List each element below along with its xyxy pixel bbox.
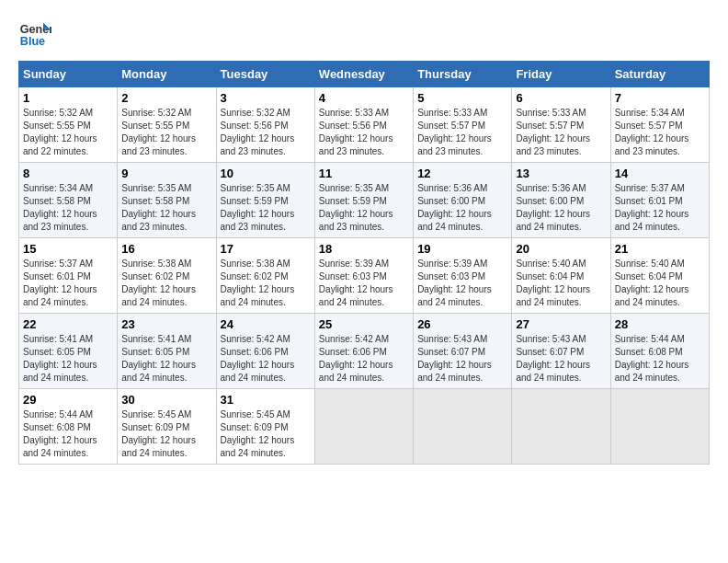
day-info: Sunrise: 5:36 AM Sunset: 6:00 PM Dayligh… [516,182,606,234]
day-number: 13 [516,167,606,180]
day-number: 2 [121,91,211,105]
day-info: Sunrise: 5:38 AM Sunset: 6:02 PM Dayligh… [121,258,211,309]
weekday-header-saturday: Saturday [610,62,709,87]
day-info: Sunrise: 5:33 AM Sunset: 5:57 PM Dayligh… [417,107,507,158]
calendar-cell: 2Sunrise: 5:32 AM Sunset: 5:55 PM Daylig… [118,87,216,163]
day-number: 21 [615,242,705,256]
week-row-4: 22Sunrise: 5:41 AM Sunset: 6:05 PM Dayli… [19,314,710,389]
calendar-cell: 10Sunrise: 5:35 AM Sunset: 5:59 PM Dayli… [216,163,314,238]
calendar-cell: 12Sunrise: 5:36 AM Sunset: 6:00 PM Dayli… [414,163,512,238]
day-number: 16 [121,242,211,256]
calendar-cell: 1Sunrise: 5:32 AM Sunset: 5:55 PM Daylig… [19,87,118,163]
day-info: Sunrise: 5:39 AM Sunset: 6:03 PM Dayligh… [319,258,409,309]
day-number: 4 [319,91,409,105]
day-number: 18 [319,242,409,256]
calendar-cell: 22Sunrise: 5:41 AM Sunset: 6:05 PM Dayli… [19,314,118,389]
day-info: Sunrise: 5:45 AM Sunset: 6:09 PM Dayligh… [221,408,311,460]
day-info: Sunrise: 5:36 AM Sunset: 6:00 PM Dayligh… [417,182,507,234]
day-info: Sunrise: 5:43 AM Sunset: 6:07 PM Dayligh… [516,333,606,385]
calendar-cell [414,389,512,465]
calendar-cell: 16Sunrise: 5:38 AM Sunset: 6:02 PM Dayli… [118,238,216,314]
day-info: Sunrise: 5:33 AM Sunset: 5:57 PM Dayligh… [516,107,606,158]
day-number: 8 [23,167,113,180]
weekday-header-sunday: Sunday [19,62,118,87]
day-info: Sunrise: 5:35 AM Sunset: 5:59 PM Dayligh… [319,182,409,234]
day-number: 3 [221,91,311,105]
day-info: Sunrise: 5:38 AM Sunset: 6:02 PM Dayligh… [221,258,311,309]
day-info: Sunrise: 5:32 AM Sunset: 5:55 PM Dayligh… [121,107,211,158]
day-info: Sunrise: 5:44 AM Sunset: 6:08 PM Dayligh… [615,333,705,385]
day-number: 1 [23,91,113,105]
day-number: 22 [23,317,113,331]
day-info: Sunrise: 5:40 AM Sunset: 6:04 PM Dayligh… [615,258,705,309]
day-number: 29 [23,393,113,407]
calendar-cell: 31Sunrise: 5:45 AM Sunset: 6:09 PM Dayli… [216,389,314,465]
calendar-cell: 6Sunrise: 5:33 AM Sunset: 5:57 PM Daylig… [512,87,610,163]
day-info: Sunrise: 5:40 AM Sunset: 6:04 PM Dayligh… [516,258,606,309]
calendar-cell: 14Sunrise: 5:37 AM Sunset: 6:01 PM Dayli… [610,163,709,238]
day-info: Sunrise: 5:35 AM Sunset: 5:59 PM Dayligh… [221,182,311,234]
day-number: 25 [319,317,409,331]
day-number: 19 [417,242,507,256]
day-info: Sunrise: 5:35 AM Sunset: 5:58 PM Dayligh… [121,182,211,234]
calendar-cell: 24Sunrise: 5:42 AM Sunset: 6:06 PM Dayli… [216,314,314,389]
day-number: 31 [221,393,311,407]
day-info: Sunrise: 5:32 AM Sunset: 5:56 PM Dayligh… [221,107,311,158]
logo: General Blue [18,18,51,52]
week-row-1: 1Sunrise: 5:32 AM Sunset: 5:55 PM Daylig… [19,87,710,163]
page-header: General Blue [18,18,710,52]
calendar-cell: 3Sunrise: 5:32 AM Sunset: 5:56 PM Daylig… [216,87,314,163]
calendar-cell: 13Sunrise: 5:36 AM Sunset: 6:00 PM Dayli… [512,163,610,238]
day-info: Sunrise: 5:34 AM Sunset: 5:58 PM Dayligh… [23,182,113,234]
day-info: Sunrise: 5:45 AM Sunset: 6:09 PM Dayligh… [121,408,211,460]
calendar-cell: 8Sunrise: 5:34 AM Sunset: 5:58 PM Daylig… [19,163,118,238]
week-row-3: 15Sunrise: 5:37 AM Sunset: 6:01 PM Dayli… [19,238,710,314]
day-number: 27 [516,317,606,331]
day-number: 5 [417,91,507,105]
day-info: Sunrise: 5:33 AM Sunset: 5:56 PM Dayligh… [319,107,409,158]
weekday-header-wednesday: Wednesday [314,62,413,87]
day-number: 28 [615,317,705,331]
day-info: Sunrise: 5:39 AM Sunset: 6:03 PM Dayligh… [417,258,507,309]
calendar-cell: 4Sunrise: 5:33 AM Sunset: 5:56 PM Daylig… [314,87,413,163]
day-number: 11 [319,167,409,180]
calendar-cell [610,389,709,465]
calendar-cell: 21Sunrise: 5:40 AM Sunset: 6:04 PM Dayli… [610,238,709,314]
weekday-header-thursday: Thursday [414,62,512,87]
day-info: Sunrise: 5:32 AM Sunset: 5:55 PM Dayligh… [23,107,113,158]
day-info: Sunrise: 5:43 AM Sunset: 6:07 PM Dayligh… [417,333,507,385]
day-number: 7 [615,91,705,105]
day-info: Sunrise: 5:37 AM Sunset: 6:01 PM Dayligh… [23,258,113,309]
day-info: Sunrise: 5:44 AM Sunset: 6:08 PM Dayligh… [23,408,113,460]
weekday-header-monday: Monday [118,62,216,87]
day-number: 12 [417,167,507,180]
day-info: Sunrise: 5:37 AM Sunset: 6:01 PM Dayligh… [615,182,705,234]
calendar-cell [314,389,413,465]
calendar-cell: 15Sunrise: 5:37 AM Sunset: 6:01 PM Dayli… [19,238,118,314]
calendar-cell: 27Sunrise: 5:43 AM Sunset: 6:07 PM Dayli… [512,314,610,389]
calendar-cell [512,389,610,465]
logo-icon: General Blue [18,18,51,52]
day-number: 15 [23,242,113,256]
calendar-cell: 26Sunrise: 5:43 AM Sunset: 6:07 PM Dayli… [414,314,512,389]
calendar-cell: 7Sunrise: 5:34 AM Sunset: 5:57 PM Daylig… [610,87,709,163]
day-number: 17 [221,242,311,256]
day-number: 6 [516,91,606,105]
calendar-cell: 17Sunrise: 5:38 AM Sunset: 6:02 PM Dayli… [216,238,314,314]
svg-text:Blue: Blue [20,35,45,48]
day-info: Sunrise: 5:42 AM Sunset: 6:06 PM Dayligh… [221,333,311,385]
day-number: 24 [221,317,311,331]
weekday-header-tuesday: Tuesday [216,62,314,87]
calendar-cell: 29Sunrise: 5:44 AM Sunset: 6:08 PM Dayli… [19,389,118,465]
weekday-header-friday: Friday [512,62,610,87]
calendar-cell: 19Sunrise: 5:39 AM Sunset: 6:03 PM Dayli… [414,238,512,314]
day-info: Sunrise: 5:42 AM Sunset: 6:06 PM Dayligh… [319,333,409,385]
day-number: 20 [516,242,606,256]
calendar-cell: 20Sunrise: 5:40 AM Sunset: 6:04 PM Dayli… [512,238,610,314]
calendar-cell: 28Sunrise: 5:44 AM Sunset: 6:08 PM Dayli… [610,314,709,389]
calendar-cell: 30Sunrise: 5:45 AM Sunset: 6:09 PM Dayli… [118,389,216,465]
day-number: 14 [615,167,705,180]
calendar-table: SundayMondayTuesdayWednesdayThursdayFrid… [18,61,710,465]
calendar-cell: 11Sunrise: 5:35 AM Sunset: 5:59 PM Dayli… [314,163,413,238]
day-number: 9 [121,167,211,180]
